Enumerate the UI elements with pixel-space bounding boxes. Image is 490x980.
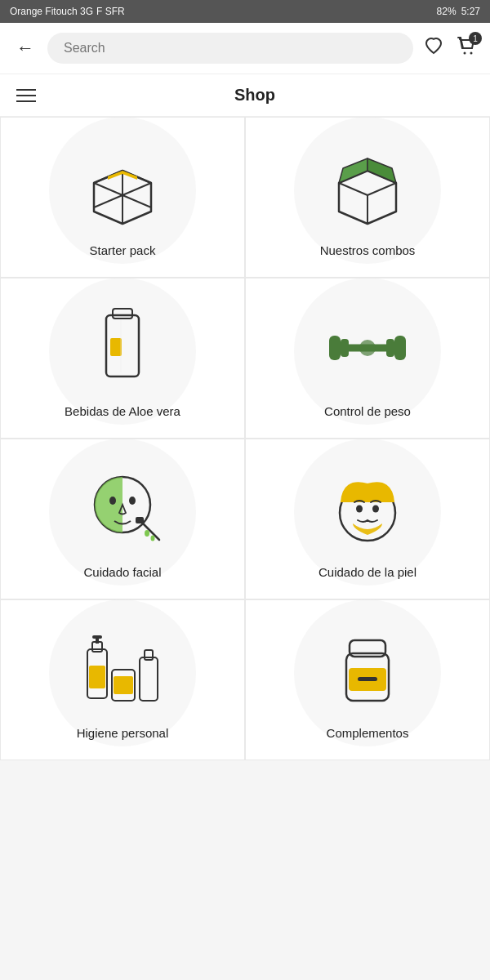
- svg-rect-18: [113, 309, 132, 318]
- cuidado-facial-icon: [78, 464, 167, 554]
- carrier2-text: F SFR: [96, 6, 125, 17]
- nuestros-combos-icon: [323, 142, 412, 232]
- svg-rect-19: [110, 338, 122, 356]
- svg-rect-41: [89, 666, 105, 688]
- svg-line-13: [368, 183, 396, 195]
- title-bar: Shop: [0, 74, 490, 117]
- svg-point-0: [464, 52, 466, 55]
- status-bar: Orange Fitouch 3G F SFR 82% 5:27: [0, 0, 490, 23]
- bebidas-aloe-icon: [78, 303, 167, 393]
- svg-marker-16: [368, 158, 396, 183]
- category-bebidas-aloe[interactable]: Bebidas de Aloe vera: [0, 278, 245, 439]
- svg-rect-43: [114, 676, 133, 694]
- control-peso-icon: [323, 303, 412, 393]
- category-complementos[interactable]: Complementos: [245, 599, 490, 760]
- header-icons: 1: [423, 35, 477, 61]
- category-control-peso[interactable]: Control de peso: [245, 278, 490, 439]
- svg-rect-24: [386, 339, 394, 357]
- carrier-info: Orange Fitouch 3G F SFR: [10, 6, 125, 17]
- higiene-personal-icon: [78, 625, 167, 715]
- svg-point-1: [470, 52, 473, 55]
- header: ← 1: [0, 23, 490, 74]
- menu-line-2: [16, 95, 36, 96]
- battery-text: 82%: [437, 6, 457, 17]
- cuidado-piel-label: Cuidado de la piel: [318, 565, 416, 579]
- category-nuestros-combos[interactable]: Nuestros combos: [245, 117, 490, 278]
- complementos-icon: [323, 625, 412, 715]
- category-starter-pack[interactable]: Starter pack: [0, 117, 245, 278]
- cuidado-piel-icon: [323, 464, 412, 554]
- heart-icon: [423, 36, 444, 56]
- svg-marker-15: [339, 158, 368, 183]
- status-indicators: 82% 5:27: [437, 6, 480, 17]
- svg-rect-44: [140, 657, 158, 701]
- menu-line-1: [16, 89, 36, 91]
- cuidado-facial-label: Cuidado facial: [83, 565, 161, 579]
- bebidas-aloe-label: Bebidas de Aloe vera: [65, 404, 180, 418]
- shop-grid: Starter pack Nuestros combos: [0, 117, 490, 760]
- search-input[interactable]: [47, 33, 413, 64]
- category-cuidado-piel[interactable]: Cuidado de la piel: [245, 439, 490, 599]
- svg-line-7: [122, 183, 151, 195]
- starter-pack-icon: [78, 142, 167, 232]
- svg-point-36: [372, 506, 379, 513]
- menu-button[interactable]: [16, 89, 36, 102]
- starter-pack-label: Starter pack: [90, 243, 156, 257]
- svg-point-29: [129, 497, 136, 505]
- time-text: 5:27: [461, 6, 480, 17]
- control-peso-label: Control de peso: [324, 404, 411, 418]
- higiene-personal-label: Higiene personal: [77, 726, 169, 740]
- category-higiene-personal[interactable]: Higiene personal: [0, 599, 245, 760]
- svg-line-12: [339, 183, 368, 195]
- nuestros-combos-label: Nuestros combos: [320, 243, 416, 257]
- svg-point-26: [359, 340, 376, 356]
- category-cuidado-facial[interactable]: Cuidado facial: [0, 439, 245, 599]
- svg-point-28: [109, 497, 116, 505]
- carrier-text: Orange Fitouch 3G: [10, 6, 93, 17]
- svg-point-35: [356, 506, 363, 513]
- svg-rect-45: [145, 650, 153, 660]
- svg-point-33: [151, 536, 155, 541]
- menu-line-3: [16, 100, 36, 102]
- back-button[interactable]: ←: [13, 34, 38, 62]
- svg-rect-25: [394, 336, 406, 360]
- svg-line-6: [94, 183, 122, 195]
- svg-rect-2: [459, 37, 461, 40]
- svg-point-32: [145, 530, 149, 537]
- svg-rect-49: [358, 677, 377, 681]
- wishlist-button[interactable]: [423, 36, 444, 60]
- cart-button[interactable]: 1: [456, 35, 477, 61]
- complementos-label: Complementos: [327, 726, 409, 740]
- page-title: Shop: [36, 86, 474, 105]
- svg-rect-40: [92, 635, 102, 639]
- svg-rect-22: [329, 336, 341, 360]
- cart-badge: 1: [469, 32, 482, 45]
- svg-rect-31: [136, 517, 144, 523]
- svg-line-30: [140, 521, 159, 540]
- svg-rect-23: [341, 339, 349, 357]
